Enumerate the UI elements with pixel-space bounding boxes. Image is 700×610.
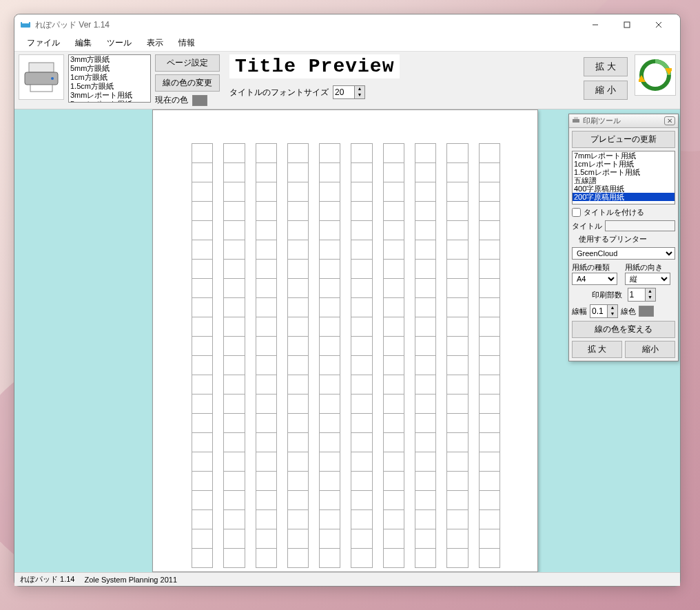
manuscript-grid <box>192 143 500 567</box>
title-fontsize-label: タイトルのフォントサイズ <box>229 87 329 98</box>
page-preview <box>152 109 538 572</box>
svg-rect-3 <box>624 22 630 28</box>
paper-orient-label: 用紙の向き <box>625 262 675 273</box>
line-color-label: 線色 <box>621 306 636 317</box>
menu-file[interactable]: ファイル <box>20 35 67 51</box>
line-width-label: 線幅 <box>572 306 587 317</box>
close-button[interactable] <box>643 15 675 34</box>
copies-spinner[interactable]: ▲▼ <box>628 288 656 302</box>
line-width-input[interactable] <box>590 304 608 318</box>
menubar: ファイル 編集 ツール 表示 情報 <box>14 35 680 52</box>
printer-icon[interactable] <box>19 54 64 100</box>
list-item[interactable]: 400字原稿用紙 <box>573 185 675 193</box>
add-title-checkbox[interactable]: タイトルを付ける <box>572 207 675 218</box>
status-company: Zole System Planning 2011 <box>84 576 177 584</box>
list-item[interactable]: 3mm方眼紙 <box>69 55 150 64</box>
change-line-color-button[interactable]: 線の色を変える <box>572 321 675 338</box>
menu-tool[interactable]: ツール <box>100 35 138 51</box>
toolbar: 3mm方眼紙5mm方眼紙1cm方眼紙1.5cm方眼紙3mmレポート用紙5mmレポ… <box>14 52 680 109</box>
spinner-up-icon[interactable]: ▲ <box>608 305 617 311</box>
line-color-swatch <box>639 306 654 317</box>
panel-zoom-in-button[interactable]: 拡 大 <box>572 341 622 358</box>
svg-point-9 <box>51 77 54 80</box>
panel-title: 印刷ツール <box>583 116 621 126</box>
statusbar: れぽパッド 1.14 Zole System Planning 2011 <box>14 572 680 586</box>
panel-paper-listbox[interactable]: 7mmレポート用紙1cmレポート用紙1.5cmレポート用紙五線譜400字原稿用紙… <box>572 151 675 204</box>
svg-rect-1 <box>22 21 29 23</box>
app-icon <box>20 19 31 30</box>
svg-rect-6 <box>29 63 54 72</box>
update-preview-button[interactable]: プレビューの更新 <box>572 131 675 148</box>
zoom-in-button[interactable]: 拡 大 <box>584 57 628 76</box>
preview-area: 印刷ツール ✕ プレビューの更新 7mmレポート用紙1cmレポート用紙1.5cm… <box>14 109 680 572</box>
title-preview: Title Preview <box>229 54 400 78</box>
list-item[interactable]: 200字原稿用紙 <box>573 193 675 201</box>
status-app: れぽパッド 1.14 <box>20 574 74 585</box>
panel-zoom-out-button[interactable]: 縮小 <box>625 341 675 358</box>
paper-orient-select[interactable]: 縦 <box>625 273 670 285</box>
spinner-down-icon[interactable]: ▼ <box>646 295 655 301</box>
spinner-down-icon[interactable]: ▼ <box>608 311 617 317</box>
title-fontsize-input[interactable] <box>333 85 355 99</box>
list-item[interactable]: 5mm方眼紙 <box>69 64 150 73</box>
menu-edit[interactable]: 編集 <box>68 35 99 51</box>
list-item[interactable]: 3mmレポート用紙 <box>69 91 150 100</box>
titlebar: れぽパッド Ver 1.14 <box>14 14 680 35</box>
printer-select[interactable]: GreenCloud <box>572 247 675 260</box>
title-fontsize-spinner[interactable]: ▲▼ <box>333 85 365 99</box>
zoom-out-button[interactable]: 縮 小 <box>584 81 628 100</box>
menu-view[interactable]: 表示 <box>140 35 170 51</box>
copies-input[interactable] <box>628 288 646 302</box>
list-item[interactable]: 1.5cmレポート用紙 <box>573 168 675 176</box>
line-color-change-button[interactable]: 線の色の変更 <box>155 74 220 92</box>
list-item[interactable]: 1cm方眼紙 <box>69 73 150 82</box>
current-color-label: 現在の色 <box>155 94 188 106</box>
svg-rect-14 <box>574 117 578 119</box>
spinner-down-icon[interactable]: ▼ <box>355 92 364 98</box>
panel-titlebar[interactable]: 印刷ツール ✕ <box>569 114 678 128</box>
paper-type-select[interactable]: A4 <box>572 273 617 285</box>
app-window: れぽパッド Ver 1.14 ファイル 編集 ツール 表示 情報 3mm方眼紙5… <box>14 14 681 587</box>
spinner-up-icon[interactable]: ▲ <box>355 86 364 92</box>
line-width-spinner[interactable]: ▲▼ <box>590 304 618 318</box>
list-item[interactable]: 7mmレポート用紙 <box>573 151 675 160</box>
maximize-button[interactable] <box>611 15 643 34</box>
list-item[interactable]: 1.5cm方眼紙 <box>69 82 150 91</box>
page-settings-button[interactable]: ページ設定 <box>155 54 220 72</box>
paper-type-label: 用紙の種類 <box>572 262 622 273</box>
list-item[interactable]: 5mmレポート用紙 <box>69 100 150 103</box>
title-input[interactable] <box>605 220 675 231</box>
list-item[interactable]: 五線譜 <box>573 176 675 185</box>
svg-rect-8 <box>30 85 52 92</box>
refresh-icon[interactable] <box>635 54 676 96</box>
spinner-up-icon[interactable]: ▲ <box>646 288 655 295</box>
print-tool-panel: 印刷ツール ✕ プレビューの更新 7mmレポート用紙1cmレポート用紙1.5cm… <box>568 114 679 361</box>
window-title: れぽパッド Ver 1.14 <box>35 19 579 31</box>
panel-close-icon[interactable]: ✕ <box>664 116 675 125</box>
menu-info[interactable]: 情報 <box>172 35 202 51</box>
paper-type-listbox[interactable]: 3mm方眼紙5mm方眼紙1cm方眼紙1.5cm方眼紙3mmレポート用紙5mmレポ… <box>68 54 151 103</box>
current-color-swatch <box>192 95 207 106</box>
printer-small-icon <box>572 116 580 126</box>
list-item[interactable]: 1cmレポート用紙 <box>573 160 675 168</box>
minimize-button[interactable] <box>579 15 611 34</box>
title-label: タイトル <box>572 221 602 231</box>
svg-rect-13 <box>573 119 579 123</box>
copies-label: 印刷部数 <box>592 290 622 300</box>
printer-label: 使用するプリンター <box>579 234 675 244</box>
